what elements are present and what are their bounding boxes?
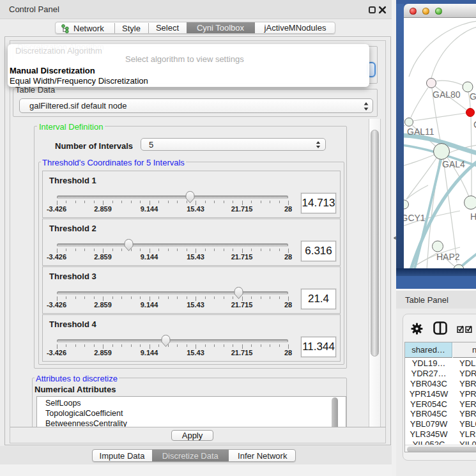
svg-text:H: H bbox=[470, 211, 476, 222]
svg-text:GAL80: GAL80 bbox=[433, 89, 461, 100]
svg-text:C: C bbox=[473, 119, 476, 130]
svg-text:GAL4: GAL4 bbox=[442, 159, 465, 169]
svg-text:GAL11: GAL11 bbox=[407, 127, 434, 137]
svg-text:HAP2: HAP2 bbox=[436, 252, 460, 262]
svg-text:GCY1: GCY1 bbox=[404, 213, 426, 223]
svg-text:G.: G. bbox=[470, 91, 476, 102]
